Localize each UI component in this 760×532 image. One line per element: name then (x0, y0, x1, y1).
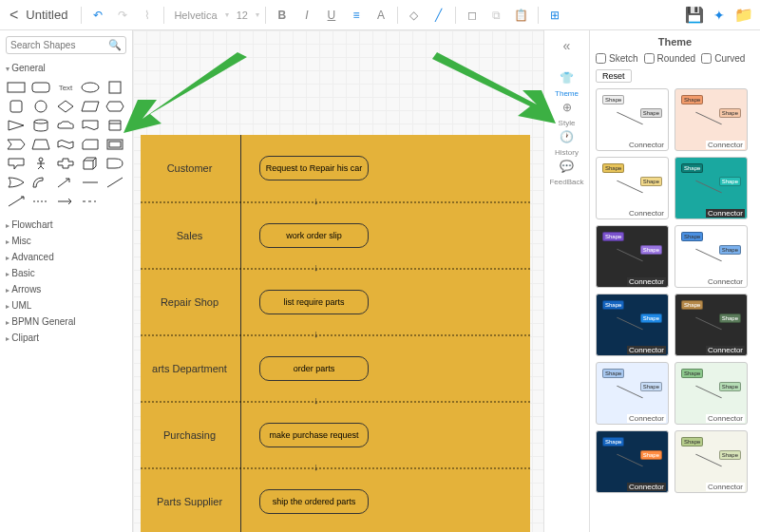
process-box[interactable]: make purchase request (259, 423, 369, 447)
shape-ellipse[interactable] (80, 80, 101, 95)
theme-preset[interactable]: ShapeShapeConnector (674, 157, 748, 219)
format-paint-icon[interactable]: ⌇ (137, 5, 158, 26)
reset-button[interactable]: Reset (596, 69, 632, 83)
back-button[interactable]: < (6, 7, 22, 24)
sidebar-item-history[interactable]: 🕐History (549, 127, 583, 157)
shape-callout[interactable] (6, 156, 27, 171)
line-style-button[interactable]: ╱ (428, 5, 449, 26)
sketch-checkbox[interactable]: Sketch (596, 53, 638, 64)
category-uml[interactable]: UML (6, 297, 126, 314)
category-advanced[interactable]: Advanced (6, 249, 126, 265)
shape-conn2[interactable] (80, 194, 101, 209)
italic-button[interactable]: I (296, 5, 317, 26)
shape-line3[interactable] (6, 194, 27, 209)
share-button[interactable]: ✦ (709, 5, 730, 26)
font-family-select[interactable]: Helvetica (170, 10, 220, 21)
process-box[interactable]: Request to Repair his car (259, 156, 369, 180)
shape-actor[interactable] (30, 156, 51, 171)
search-shapes[interactable]: 🔍 (6, 36, 126, 54)
swimlane-diagram[interactable]: CustomerRequest to Repair his car↓Salesw… (141, 135, 530, 532)
theme-preset[interactable]: ShapeShapeConnector (674, 88, 748, 151)
align-button[interactable]: ≡ (346, 5, 367, 26)
doc-title[interactable]: Untitled (26, 8, 67, 22)
undo-button[interactable]: ↶ (87, 5, 108, 26)
search-input[interactable] (10, 40, 108, 50)
theme-preset[interactable]: ShapeShapeConnector (596, 294, 669, 356)
redo-button[interactable]: ↷ (112, 5, 133, 26)
fill-color-button[interactable]: ◇ (404, 5, 425, 26)
theme-preset[interactable]: ShapeShapeConnector (596, 225, 669, 288)
shape-square[interactable] (104, 80, 125, 95)
theme-preset[interactable]: ShapeShapeConnector (596, 157, 669, 219)
sidebar-item-style[interactable]: ⊕Style (549, 98, 583, 127)
shape-parallel[interactable] (80, 99, 101, 114)
shape-arrow[interactable] (55, 175, 76, 190)
category-clipart[interactable]: Clipart (6, 330, 126, 346)
theme-preset[interactable]: ShapeShapeConnector (674, 294, 748, 356)
shape-or[interactable] (6, 175, 27, 190)
process-box[interactable]: list require parts (259, 290, 369, 314)
shape-db[interactable] (104, 118, 125, 133)
shape-cyl[interactable] (30, 118, 51, 133)
process-box[interactable]: work order slip (259, 223, 369, 248)
lane[interactable]: Purchasingmake purchase request↓ (141, 401, 530, 467)
sidebar-item-feedback[interactable]: 💬FeedBack (549, 157, 583, 186)
process-box[interactable]: ship the ordered parts (259, 489, 369, 514)
copy-style-button[interactable]: ⧉ (486, 5, 507, 26)
lane[interactable]: CustomerRequest to Repair his car↓ (141, 135, 530, 201)
shape-tape[interactable] (55, 137, 76, 152)
shape-line2[interactable] (104, 175, 125, 190)
shape-round-rect[interactable] (30, 80, 51, 95)
shape-circle[interactable] (30, 99, 51, 114)
shape-line4[interactable] (30, 194, 51, 209)
font-size-select[interactable]: 12 (233, 10, 252, 21)
bold-button[interactable]: B (272, 5, 293, 26)
save-button[interactable]: 💾 (684, 5, 705, 26)
theme-preset[interactable]: ShapeShapeConnector (674, 225, 748, 288)
shape-trap[interactable] (30, 137, 51, 152)
grid-button[interactable]: ⊞ (544, 5, 565, 26)
shape-arc[interactable] (30, 175, 51, 190)
shape-tri[interactable] (6, 118, 27, 133)
theme-preset[interactable]: ShapeShapeConnector (596, 362, 669, 425)
curved-checkbox[interactable]: Curved (701, 53, 745, 64)
shape-cloud[interactable] (55, 118, 76, 133)
category-misc[interactable]: Misc (6, 233, 126, 249)
category-basic[interactable]: Basic (6, 265, 126, 281)
category-flowchart[interactable]: Flowchart (6, 217, 126, 233)
shape-note[interactable] (104, 137, 125, 152)
shape-text[interactable]: Text (55, 80, 76, 95)
shape-rect[interactable] (6, 80, 27, 95)
rounded-checkbox[interactable]: Rounded (644, 53, 696, 64)
shape-cross[interactable] (55, 156, 76, 171)
lane[interactable]: Parts Suppliership the ordered parts (141, 467, 530, 532)
theme-preset[interactable]: ShapeShapeConnector (674, 362, 748, 425)
arrange-button[interactable]: ◻ (462, 5, 483, 26)
shape-rsquare[interactable] (6, 99, 27, 114)
shape-card[interactable] (80, 137, 101, 152)
clipboard-icon[interactable]: 📋 (511, 5, 532, 26)
category-bpmn[interactable]: BPMN General (6, 314, 126, 330)
underline-button[interactable]: U (321, 5, 342, 26)
category-general[interactable]: General (6, 60, 126, 76)
font-color-button[interactable]: A (370, 5, 391, 26)
shape-line1[interactable] (80, 175, 101, 190)
shape-step[interactable] (6, 137, 27, 152)
shape-diamond[interactable] (55, 99, 76, 114)
theme-preset[interactable]: ShapeShapeConnector (596, 88, 669, 151)
category-arrows[interactable]: Arrows (6, 281, 126, 297)
theme-preset[interactable]: ShapeShapeConnector (596, 430, 669, 493)
collapse-panel-button[interactable]: « (563, 38, 571, 53)
theme-preset[interactable]: ShapeShapeConnector (674, 430, 748, 493)
shape-cube[interactable] (80, 156, 101, 171)
shape-doc[interactable] (80, 118, 101, 133)
lane[interactable]: arts Departmentorder parts↓ (141, 334, 530, 401)
folder-button[interactable]: 📁 (733, 5, 754, 26)
shape-and[interactable] (104, 156, 125, 171)
shape-conn1[interactable] (55, 194, 76, 209)
shape-hex[interactable] (104, 99, 125, 114)
sidebar-item-theme[interactable]: 👕Theme (549, 68, 583, 98)
canvas[interactable]: CustomerRequest to Repair his car↓Salesw… (133, 30, 543, 532)
process-box[interactable]: order parts (259, 356, 369, 381)
lane[interactable]: Saleswork order slip↓ (141, 201, 530, 268)
